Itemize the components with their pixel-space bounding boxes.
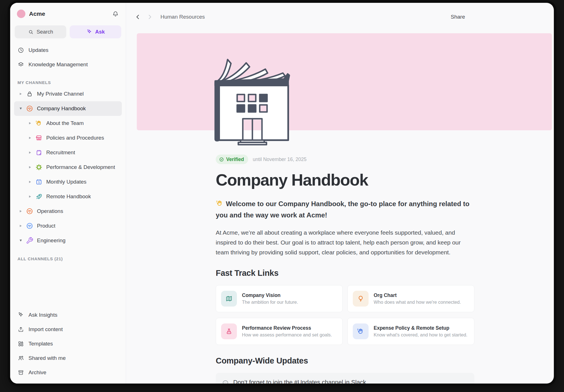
welcome-paragraph: Welcome to our Company Handbook, the go-… (216, 198, 474, 221)
channel-row[interactable]: 1 Monthly Updates (23, 175, 122, 189)
verified-until: until November 16, 2025 (253, 157, 307, 162)
flask-icon (225, 327, 233, 335)
fast-track-cards: Company Vision The ambition for our futu… (216, 285, 474, 345)
chevron-icon[interactable] (16, 93, 25, 95)
sidebar-nav-item[interactable]: Knowledge Management (10, 57, 126, 72)
sidebar-footer-item[interactable]: Import content (10, 322, 126, 336)
channel-row[interactable]: Operations (14, 204, 122, 219)
sidebar-footer: Ask Insights Import content Templates Sh… (10, 308, 126, 380)
sparkle-icon (17, 312, 24, 318)
chevron-icon[interactable] (16, 107, 25, 110)
share-button[interactable]: Share (451, 14, 465, 20)
check-circle-icon (219, 157, 224, 162)
chevron-icon[interactable] (26, 181, 34, 183)
channel-row[interactable]: Product (14, 219, 122, 233)
hand-icon (357, 327, 365, 335)
chevron-icon[interactable] (16, 225, 25, 227)
hero-banner (137, 33, 552, 130)
slack-callout: Don’t forget to join the #Updates channe… (216, 373, 474, 384)
all-channels-label: ALL CHANNELS (21) (10, 256, 126, 261)
chevron-icon[interactable] (26, 122, 34, 124)
chevron-icon[interactable] (26, 166, 34, 168)
sidebar-nav: Updates Knowledge Management (10, 43, 126, 72)
sidebar: Acme Search Ask Updates Knowledge Manage… (10, 3, 126, 384)
card-icon-tile (353, 323, 369, 339)
channel-list: My Private Channel Company Handbook Abou… (10, 87, 126, 248)
starburst-icon (35, 164, 43, 171)
chevron-icon[interactable] (26, 151, 34, 154)
fast-track-card[interactable]: Company Vision The ambition for our futu… (216, 285, 343, 312)
main-panel: Human Resources Share (126, 3, 554, 384)
templates-icon (17, 340, 24, 347)
bell-icon[interactable] (112, 10, 119, 17)
verified-label: Verified (226, 157, 244, 162)
channel-row[interactable]: Company Handbook (14, 101, 122, 116)
wave-emoji-icon (216, 199, 224, 207)
card-icon-tile (221, 291, 237, 307)
layers-icon (17, 61, 24, 68)
speech-dots-icon (222, 379, 229, 384)
sidebar-footer-item[interactable]: Shared with me (10, 351, 126, 365)
bank-icon (35, 134, 43, 142)
document-area: Verified until November 16, 2025 Company… (126, 31, 554, 384)
fast-track-heading: Fast Track Links (216, 268, 474, 278)
breadcrumb[interactable]: Human Resources (160, 14, 205, 20)
channel-row[interactable]: Policies and Procedures (23, 131, 122, 145)
wrench-icon (26, 237, 33, 244)
handshake-icon (26, 105, 33, 112)
search-button[interactable]: Search (15, 25, 66, 38)
callout-text: Don’t forget to join the #Updates channe… (233, 379, 368, 384)
building-illustration (213, 55, 292, 145)
channel-row[interactable]: About the Team (23, 116, 122, 131)
app-window: Acme Search Ask Updates Knowledge Manage… (10, 3, 554, 384)
calendar-icon: 1 (35, 178, 43, 186)
fast-track-card[interactable]: Expense Policy & Remote Setup Know what'… (347, 318, 474, 345)
handshake-icon (26, 208, 33, 215)
workspace-name: Acme (29, 10, 112, 17)
sidebar-footer-item[interactable]: Archive (10, 365, 126, 380)
wave-hand-icon (35, 120, 43, 127)
sidebar-nav-item[interactable]: Updates (10, 43, 126, 57)
channel-row[interactable]: Performance & Development (23, 160, 122, 175)
sparkle-icon (86, 29, 92, 35)
map-icon (225, 295, 233, 303)
handshake-icon (26, 222, 33, 230)
topbar: Human Resources Share (126, 3, 554, 31)
chevron-icon[interactable] (26, 195, 34, 198)
welcome-text: Welcome to our Company Handbook, the go-… (216, 200, 470, 219)
intro-paragraph: At Acme, we’re all about creating a work… (216, 228, 474, 257)
chevron-icon[interactable] (16, 239, 25, 242)
rocket-icon (35, 193, 43, 200)
fast-track-card[interactable]: Performance Review Process How we assess… (216, 318, 343, 345)
document: Verified until November 16, 2025 Company… (216, 155, 474, 384)
chevron-icon[interactable] (26, 137, 34, 139)
balloon-icon (357, 295, 365, 303)
fast-track-card[interactable]: Org Chart Who does what and how we're co… (347, 285, 474, 312)
forward-icon[interactable] (146, 14, 153, 20)
channel-row[interactable]: My Private Channel (14, 87, 122, 101)
workspace-header: Acme (10, 3, 126, 18)
search-label: Search (37, 29, 53, 35)
upload-icon (17, 326, 24, 333)
updates-heading: Company-Wide Updates (216, 356, 474, 365)
sidebar-footer-item[interactable]: Templates (10, 336, 126, 351)
workspace-avatar[interactable] (17, 10, 25, 18)
search-icon (28, 29, 34, 35)
back-icon[interactable] (135, 14, 141, 20)
notepad-icon (35, 149, 43, 156)
channel-row[interactable]: Remote Handbook (23, 189, 122, 204)
clock-icon (17, 47, 24, 54)
card-icon-tile (353, 291, 369, 307)
channel-row[interactable]: Recruitment (23, 145, 122, 160)
my-channels-label: MY CHANNELS (10, 80, 126, 85)
verification-row: Verified until November 16, 2025 (216, 155, 474, 164)
lock-icon (26, 90, 33, 98)
ask-button[interactable]: Ask (70, 25, 121, 38)
verified-badge[interactable]: Verified (216, 155, 248, 164)
channel-row[interactable]: Engineering (14, 233, 122, 248)
chevron-icon[interactable] (16, 210, 25, 212)
card-icon-tile (221, 323, 237, 339)
sidebar-footer-item[interactable]: Ask Insights (10, 308, 126, 322)
ask-label: Ask (95, 29, 105, 35)
page-title: Company Handbook (216, 170, 474, 189)
